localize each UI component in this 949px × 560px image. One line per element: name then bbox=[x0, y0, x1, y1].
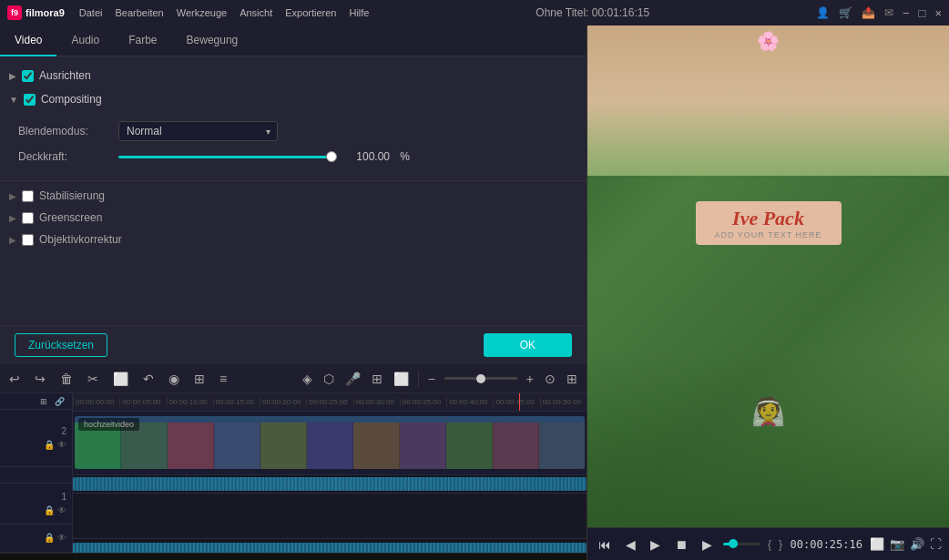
compositing-header[interactable]: ▼ Compositing bbox=[0, 87, 587, 111]
align-button[interactable]: ≡ bbox=[218, 370, 229, 388]
thumb-3 bbox=[260, 423, 307, 469]
in-point-icon[interactable]: { bbox=[768, 538, 771, 551]
video-clip[interactable]: hochzeitvideo bbox=[75, 416, 585, 469]
blendemodus-row: Blendemodus: Normal Multiplizieren Überl… bbox=[18, 117, 568, 146]
deckkraft-slider[interactable] bbox=[118, 156, 337, 158]
preview-flowers: 🌸 bbox=[757, 30, 780, 52]
compositing-body: Blendemodus: Normal Multiplizieren Überl… bbox=[0, 111, 587, 177]
tabs-row: Video Audio Farbe Bewegung bbox=[0, 25, 587, 56]
audio-btn[interactable]: 🎤 bbox=[343, 370, 362, 388]
left-panel: Video Audio Farbe Bewegung ▶ Ausrichten … bbox=[0, 25, 587, 560]
section-ausrichten: ▶ Ausrichten bbox=[0, 64, 587, 87]
undo-button[interactable]: ↩ bbox=[7, 370, 22, 388]
fullscreen-icon[interactable]: ⛶ bbox=[930, 537, 942, 551]
ok-button[interactable]: OK bbox=[484, 333, 572, 357]
thumb-7 bbox=[446, 423, 493, 469]
section-stabilisierung[interactable]: ▶ Stabilisierung bbox=[0, 185, 587, 207]
delete-button[interactable]: 🗑 bbox=[58, 370, 75, 388]
time-display: 00:00:25:16 bbox=[790, 538, 862, 551]
rotate-button[interactable]: ↶ bbox=[141, 370, 156, 388]
progress-thumb bbox=[729, 539, 738, 548]
reset-button[interactable]: Zurücksetzen bbox=[15, 333, 107, 357]
frame-back-button[interactable]: ◀ bbox=[622, 535, 639, 554]
stabilisierung-label: Stabilisierung bbox=[39, 189, 105, 202]
thumb-8 bbox=[493, 423, 539, 469]
waveform2 bbox=[73, 543, 587, 553]
greenscreen-checkbox[interactable] bbox=[22, 212, 34, 224]
close-button[interactable]: × bbox=[934, 6, 942, 20]
subtitle-btn[interactable]: ⊞ bbox=[370, 370, 384, 388]
track1-lock-icon[interactable]: 🔒 bbox=[44, 505, 55, 515]
fit-btn[interactable]: ⊙ bbox=[543, 370, 557, 388]
user-icon[interactable]: 👤 bbox=[816, 6, 830, 19]
record-button[interactable]: ◉ bbox=[167, 370, 181, 388]
track1a-lock-icon[interactable]: 🔒 bbox=[44, 533, 55, 543]
add-track-btn[interactable]: ⊞ bbox=[38, 395, 49, 408]
stabilisierung-checkbox[interactable] bbox=[22, 190, 34, 202]
track-motion-btn[interactable]: ◈ bbox=[301, 370, 314, 388]
audio-waveform bbox=[73, 477, 587, 491]
mail-icon[interactable]: ✉ bbox=[884, 6, 893, 19]
preview-title-text: Ive Pack bbox=[710, 207, 827, 230]
thumb-9 bbox=[539, 423, 585, 469]
maximize-button[interactable]: □ bbox=[919, 6, 926, 20]
menu-datei[interactable]: Datei bbox=[79, 7, 103, 18]
tab-bewegung[interactable]: Bewegung bbox=[172, 25, 253, 56]
track1a-eye-icon[interactable]: 👁 bbox=[57, 533, 66, 543]
split-button[interactable]: ⊞ bbox=[192, 370, 207, 388]
ausrichten-checkbox[interactable] bbox=[22, 70, 34, 82]
grid-btn[interactable]: ⊞ bbox=[565, 370, 579, 388]
section-greenscreen[interactable]: ▶ Greenscreen bbox=[0, 207, 587, 229]
out-point-icon[interactable]: } bbox=[779, 538, 782, 551]
track-lock-icon[interactable]: 🔒 bbox=[44, 440, 55, 450]
timeline-scrollbar[interactable] bbox=[0, 553, 587, 560]
track-eye-icon[interactable]: 👁 bbox=[57, 440, 66, 450]
link-btn[interactable]: 🔗 bbox=[53, 395, 66, 408]
ausrichten-header[interactable]: ▶ Ausrichten bbox=[0, 64, 587, 87]
track1-audio-label: 🔒 👁 bbox=[0, 524, 72, 553]
frame-fwd-button[interactable]: ▶ bbox=[699, 535, 716, 554]
cut-button[interactable]: ✂ bbox=[86, 370, 100, 388]
snapshot-btn[interactable]: ⬜ bbox=[392, 370, 411, 388]
menu-werkzeuge[interactable]: Werkzeuge bbox=[177, 7, 227, 18]
menu-bearbeiten[interactable]: Bearbeiten bbox=[115, 7, 163, 18]
playhead[interactable] bbox=[519, 393, 520, 411]
ruler-mark-5: 00:00:25:00 bbox=[306, 398, 352, 406]
pip-icon[interactable]: ⬜ bbox=[870, 537, 884, 551]
crop-button[interactable]: ⬜ bbox=[111, 370, 130, 388]
compositing-chevron: ▼ bbox=[9, 95, 18, 105]
tab-farbe[interactable]: Farbe bbox=[114, 25, 171, 56]
tab-video[interactable]: Video bbox=[0, 25, 56, 56]
ruler-mark-10: 00:00:50:00 bbox=[540, 398, 587, 406]
menu-ansicht[interactable]: Ansicht bbox=[240, 7, 272, 18]
compositing-checkbox[interactable] bbox=[24, 94, 36, 106]
objektivkorrektur-checkbox[interactable] bbox=[22, 234, 34, 246]
playback-progress[interactable] bbox=[723, 543, 760, 545]
volume-icon[interactable]: 🔊 bbox=[910, 537, 924, 551]
menu-exportieren[interactable]: Exportieren bbox=[285, 7, 336, 18]
menu-hilfe[interactable]: Hilfe bbox=[349, 7, 369, 18]
play-button[interactable]: ▶ bbox=[647, 535, 664, 554]
zoom-in-btn[interactable]: + bbox=[525, 370, 536, 388]
share-icon[interactable]: 📤 bbox=[862, 6, 875, 19]
track2-icons: 🔒 👁 bbox=[44, 440, 66, 450]
zoom-out-btn[interactable]: − bbox=[426, 370, 437, 388]
deckkraft-unit: % bbox=[397, 150, 410, 163]
video-thumbnails bbox=[75, 423, 585, 469]
cart-icon[interactable]: 🛒 bbox=[839, 6, 852, 19]
section-objektivkorrektur[interactable]: ▶ Objektivkorrektur bbox=[0, 229, 587, 250]
mask-btn[interactable]: ⬡ bbox=[321, 370, 336, 388]
blendemodus-label: Blendemodus: bbox=[18, 125, 109, 137]
stop-button[interactable]: ⏹ bbox=[671, 535, 691, 554]
skip-back-button[interactable]: ⏮ bbox=[595, 535, 615, 554]
window-controls: 👤 🛒 📤 ✉ − □ × bbox=[816, 6, 942, 20]
track1-number: 1 bbox=[61, 492, 66, 502]
camera-icon[interactable]: 📷 bbox=[890, 537, 904, 551]
ruler-label: ⊞ 🔗 bbox=[0, 393, 72, 410]
blendemodus-select[interactable]: Normal Multiplizieren Überlagern Luminan… bbox=[118, 121, 278, 141]
zoom-slider[interactable] bbox=[444, 377, 517, 380]
tab-audio[interactable]: Audio bbox=[56, 25, 114, 56]
track1-eye-icon[interactable]: 👁 bbox=[57, 505, 66, 515]
minimize-button[interactable]: − bbox=[903, 6, 910, 20]
redo-button[interactable]: ↪ bbox=[33, 370, 47, 388]
